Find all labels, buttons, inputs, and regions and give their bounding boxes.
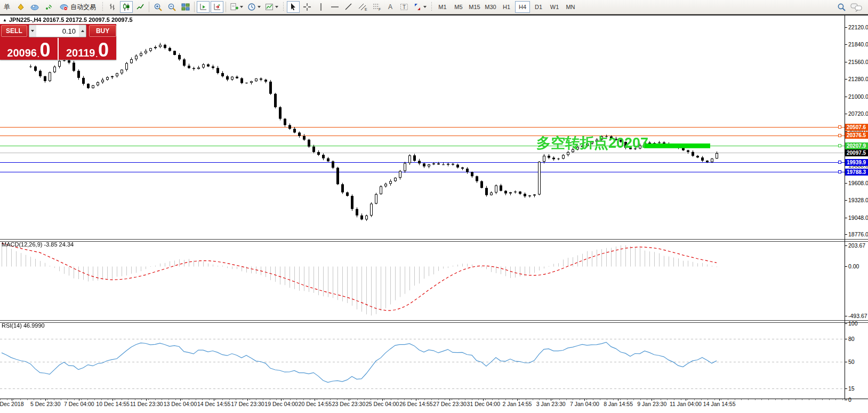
tile-windows-button[interactable] [179,1,192,13]
toolbar-group-right [834,0,868,14]
zoom-in-icon [154,3,163,12]
price-tick-mark [845,114,847,114]
macd-pane-canvas[interactable] [0,242,845,320]
toolbar-grip[interactable] [430,2,433,12]
bar-chart-icon [108,3,117,11]
rsi-tick-mark [845,339,847,339]
crosshair-button[interactable] [301,1,314,13]
toolbar-group-zoom [151,0,192,14]
time-tick-label: 7 Dec 04:00 [64,401,94,407]
time-tick-label: 13 Dec 04:00 [164,401,197,407]
rsi-tick-mark [845,323,847,324]
periods-button[interactable] [246,1,262,13]
vertical-line-icon [317,3,325,11]
vertical-line-button[interactable] [315,1,327,13]
pane-separator[interactable] [0,320,868,323]
chart-title: ▲ JPN225-,H4 20167.5 20172.5 20097.5 200… [3,17,133,23]
search-button[interactable] [835,1,848,13]
indicators-button[interactable] [228,1,245,13]
price-tick-label: 19328.0 [848,197,868,203]
price-tick-label: 21280.0 [848,76,868,82]
price-tick-mark [845,218,847,218]
timeframe-button-m1[interactable]: M1 [435,1,450,13]
templates-button[interactable] [263,1,280,13]
periods-dropdown-caret [258,6,261,8]
volume-control [29,25,86,37]
equidistant-channel-button[interactable]: E [356,1,369,13]
line-chart-button[interactable] [134,1,147,13]
rsi-tick-mark [845,388,847,389]
timeframe-button-w1[interactable]: W1 [547,1,562,13]
sell-price-display[interactable]: 20096 . 0 [0,38,58,60]
time-tick-label: 5 Dec 23:30 [30,401,61,407]
volume-input[interactable] [36,25,79,37]
arrows-tool-button[interactable] [412,1,428,13]
price-tick-label: 22120.0 [848,24,868,30]
price-tick-mark [845,97,847,97]
buy-price-display[interactable]: 20119 . 0 [59,38,116,60]
chat-button[interactable] [849,1,864,13]
buy-price-fraction: 0 [98,43,109,58]
autotrading-button[interactable]: 自动交易 [56,1,99,13]
fibonacci-button[interactable]: F [370,1,383,13]
price-axis-line [845,15,845,399]
horizontal-line-icon [331,3,339,11]
timeframe-toolbar: M1M5M15M30H1H4D1W1MN [435,0,578,14]
cursor-button[interactable] [287,1,300,13]
chart-shift-button[interactable] [211,1,223,13]
zoom-in-button[interactable] [151,1,164,13]
favorites-button[interactable] [14,1,27,13]
mql5-community-button[interactable] [28,1,41,13]
new-order-label: 单 [4,3,10,12]
buy-button[interactable]: BUY [89,25,116,37]
timeframe-button-m15[interactable]: M15 [467,1,482,13]
timeframe-button-h4[interactable]: H4 [515,1,530,13]
timeframe-button-mn[interactable]: MN [563,1,578,13]
chart-annotation-text[interactable]: 多空转折点20207 [536,133,648,153]
price-line-badge: 20507.6 [845,124,868,131]
trendline-button[interactable] [342,1,355,13]
time-tick-label: Dec 2018 [0,401,23,407]
time-tick-label: 14 Dec 14:55 [197,401,230,407]
auto-scroll-button[interactable] [197,1,210,13]
rsi-scale-label: 15 [848,385,855,392]
timeframe-button-m30[interactable]: M30 [483,1,498,13]
price-chart-canvas[interactable] [0,15,845,239]
new-order-button[interactable]: 单 [1,1,13,13]
time-tick-label: 23 Dec 23:30 [332,401,365,407]
price-tick-label: 21840.0 [848,41,868,47]
signals-button[interactable] [42,1,55,13]
time-tick-label: 26 Dec 14:55 [399,401,432,407]
text-label-button[interactable]: T [398,1,411,13]
rsi-scale-label: 0 [848,396,851,403]
rsi-pane-canvas[interactable] [0,323,845,398]
chat-icon [850,3,862,12]
price-tick-label: 18776.0 [848,231,868,237]
toolbar-grip[interactable] [282,2,285,12]
zoom-out-button[interactable] [165,1,178,13]
time-tick-label: 20 Dec 14:55 [299,401,332,407]
volume-decrease-button[interactable] [29,25,36,37]
candlestick-chart-button[interactable] [120,1,133,13]
time-tick-label: 9 Jan 23:30 [637,401,666,407]
sell-price-main: 20096 [7,47,37,58]
volume-increase-button[interactable] [79,25,86,37]
pane-separator[interactable] [0,239,868,242]
text-tool-button[interactable]: A [384,1,397,13]
timeframe-button-m5[interactable]: M5 [451,1,466,13]
bar-chart-button[interactable] [106,1,119,13]
toolbar-grip[interactable] [101,2,104,12]
templates-dropdown-caret [275,6,278,8]
title-collapse-arrow[interactable]: ▲ [3,18,7,22]
time-tick-label: 3 Jan 23:30 [536,401,566,407]
time-tick-label: 31 Dec 04:00 [467,401,500,407]
timeframe-button-d1[interactable]: D1 [531,1,546,13]
horizontal-line-button[interactable] [328,1,341,13]
line-chart-icon [136,3,144,11]
timeframe-button-h1[interactable]: H1 [499,1,514,13]
fibonacci-icon: F [372,3,381,11]
sell-button[interactable]: SELL [1,25,27,37]
toolbar-group-indicators [228,0,280,14]
time-tick-label: 10 Dec 14:55 [96,401,129,407]
arrows-dropdown-caret [423,6,427,8]
